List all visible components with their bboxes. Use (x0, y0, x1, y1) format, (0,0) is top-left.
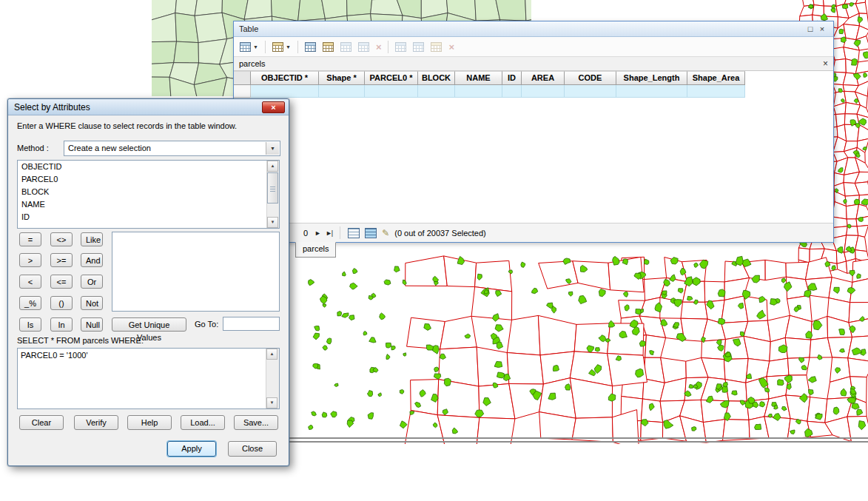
column-header[interactable]: AREA (522, 71, 565, 85)
editor-pencil-icon: ✎ (382, 228, 389, 238)
op-less-equal-button[interactable]: <= (50, 275, 73, 289)
unique-values-listbox[interactable] (112, 232, 280, 312)
row-selector-header[interactable] (234, 71, 251, 85)
table-cell[interactable] (418, 85, 455, 98)
dropdown-caret-icon: ▼ (253, 44, 258, 50)
refresh-table-button[interactable] (428, 39, 444, 54)
table-cell[interactable] (455, 85, 502, 98)
go-to-input[interactable] (223, 317, 280, 331)
op-not-button[interactable]: Not (81, 296, 103, 310)
show-all-records-icon[interactable] (348, 228, 360, 238)
delete-rows-icon: × (448, 42, 454, 52)
column-header[interactable]: Shape * (319, 71, 365, 85)
copy-rows-button[interactable] (393, 39, 408, 54)
fields-scrollbar[interactable]: ▲ ▼ (266, 161, 279, 228)
get-unique-values-button[interactable]: Get Unique Values (112, 317, 186, 332)
column-header[interactable]: NAME (455, 71, 502, 85)
field-item[interactable]: PARCEL0 (18, 173, 267, 186)
field-item[interactable]: NAME (18, 198, 267, 211)
close-table-tab-icon[interactable]: × (823, 58, 828, 69)
related-tables-icon (272, 42, 283, 52)
related-tables-button[interactable]: ▼ (270, 39, 293, 54)
method-dropdown[interactable]: Create a new selection ▼ (64, 141, 280, 156)
sql-expression-text[interactable]: PARCEL0 = '1000' (18, 349, 266, 408)
field-item[interactable]: OBJECTID (18, 161, 267, 173)
table-cell[interactable] (319, 85, 365, 98)
op-in-button[interactable]: In (50, 317, 73, 332)
load-button[interactable]: Load... (181, 415, 225, 430)
column-header[interactable]: Shape_Area (687, 71, 745, 85)
table-cell[interactable] (251, 85, 319, 98)
op-or-button[interactable]: Or (81, 275, 103, 289)
save-button[interactable]: Save... (234, 415, 278, 430)
column-header[interactable]: CODE (565, 71, 616, 85)
op-greater-button[interactable]: > (19, 253, 41, 267)
op-and-button[interactable]: And (81, 253, 103, 267)
verify-button[interactable]: Verify (74, 415, 118, 430)
column-header[interactable]: ID (502, 71, 522, 85)
sql-scrollbar[interactable]: ▲ ▼ (266, 349, 279, 408)
help-button[interactable]: Help (127, 415, 172, 430)
dropdown-caret-icon: ▼ (286, 44, 291, 50)
field-item[interactable]: ID (18, 211, 267, 223)
close-button[interactable]: Close (228, 441, 277, 457)
op-null-button[interactable]: Null (81, 317, 103, 332)
go-to-label: Go To: (195, 320, 218, 329)
restore-window-icon[interactable]: □ (804, 22, 816, 36)
table-cell[interactable] (616, 85, 687, 98)
delete-rows-button[interactable]: × (446, 39, 457, 54)
op-less-button[interactable]: < (19, 275, 41, 289)
op-equals-button[interactable]: = (19, 232, 41, 246)
close-window-icon[interactable]: × (816, 22, 828, 36)
table-options-icon (240, 42, 251, 52)
last-record-icon[interactable]: ►| (326, 229, 332, 237)
sql-expression-box[interactable]: PARCEL0 = '1000' ▲ ▼ (17, 348, 280, 409)
row-selector-cell[interactable] (234, 85, 251, 98)
dialog-title: Select by Attributes (14, 102, 90, 112)
op-wildcard-button[interactable]: _% (19, 296, 41, 310)
field-item[interactable]: BLOCK (18, 186, 267, 198)
switch-selection-button[interactable] (320, 39, 336, 54)
scrollbar-grip (270, 186, 275, 192)
apply-button[interactable]: Apply (167, 441, 216, 457)
table-row[interactable] (234, 85, 833, 98)
column-header[interactable]: Shape_Length (616, 71, 687, 85)
column-header[interactable]: OBJECTID * (251, 71, 319, 85)
method-label: Method : (17, 144, 49, 152)
scroll-down-icon[interactable]: ▼ (267, 217, 278, 228)
table-sheet-tab-parcels[interactable]: parcels (295, 242, 336, 258)
column-header[interactable]: PARCEL0 * (365, 71, 418, 85)
op-greater-equal-button[interactable]: >= (50, 253, 73, 267)
delete-selected-button[interactable]: × (374, 39, 384, 54)
toolbar-separator (388, 41, 388, 53)
scrollbar-thumb[interactable] (267, 172, 278, 204)
dialog-close-button[interactable]: × (262, 101, 285, 113)
table-cell[interactable] (502, 85, 522, 98)
table-cell[interactable] (687, 85, 745, 98)
select-by-attributes-button[interactable] (303, 39, 318, 54)
op-parentheses-button[interactable]: () (50, 296, 73, 310)
next-record-icon[interactable]: ► (314, 229, 320, 237)
chevron-down-icon[interactable]: ▼ (266, 142, 279, 155)
op-is-button[interactable]: Is (19, 317, 41, 332)
column-header[interactable]: BLOCK (418, 71, 455, 85)
fields-listbox[interactable]: OBJECTID PARCEL0 BLOCK NAME ID ▲ ▼ (17, 160, 280, 229)
table-layer-name: parcels (239, 59, 823, 68)
scroll-up-icon[interactable]: ▲ (266, 349, 277, 360)
current-record-number[interactable]: 0 (302, 229, 309, 238)
scroll-up-icon[interactable]: ▲ (267, 161, 278, 172)
op-not-equal-button[interactable]: <> (50, 232, 73, 246)
clear-button[interactable]: Clear (19, 415, 64, 430)
table-window-titlebar[interactable]: Table □ × (234, 21, 833, 37)
clear-selection-button[interactable] (338, 39, 354, 54)
show-selected-records-icon[interactable] (365, 228, 377, 238)
table-cell[interactable] (365, 85, 418, 98)
table-cell[interactable] (522, 85, 565, 98)
zoom-to-selected-button[interactable] (356, 39, 371, 54)
table-options-button[interactable]: ▼ (238, 39, 260, 54)
scroll-down-icon[interactable]: ▼ (266, 397, 277, 408)
dialog-titlebar[interactable]: Select by Attributes (8, 99, 289, 115)
table-cell[interactable] (565, 85, 616, 98)
op-like-button[interactable]: Like (81, 232, 103, 246)
paste-rows-button[interactable] (411, 39, 426, 54)
